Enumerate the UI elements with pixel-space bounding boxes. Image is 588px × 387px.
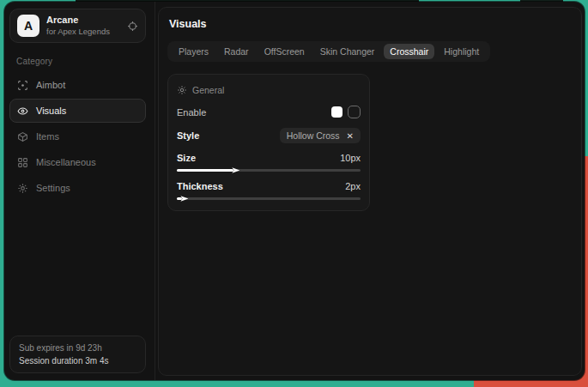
thickness-slider[interactable] [177, 197, 361, 200]
miscellaneous-grid-icon [17, 157, 28, 168]
sidebar-item-settings[interactable]: Settings [9, 176, 146, 200]
size-slider[interactable] [177, 169, 361, 172]
tab-players[interactable]: Players [173, 44, 215, 59]
enable-controls [331, 106, 361, 118]
app-name: Arcane [46, 15, 120, 27]
sidebar-item-label: Visuals [36, 106, 66, 116]
panel-header-label: General [192, 85, 224, 95]
style-row: Style Hollow Cross ✕ [177, 128, 361, 143]
size-setting: Size 10px [177, 153, 361, 172]
app-subtitle: for Apex Legends [46, 27, 120, 37]
sidebar-item-label: Settings [36, 183, 70, 193]
panel-header: General [177, 85, 361, 95]
arcane-window: A Arcane for Apex Legends Category [4, 2, 585, 380]
thickness-slider-fill [177, 197, 182, 200]
session-duration-text: Session duration 3m 4s [19, 356, 136, 366]
brand-text: Arcane for Apex Legends [46, 15, 120, 37]
visuals-tabbar: Players Radar OffScreen Skin Changer Cro… [167, 41, 490, 62]
sidebar-item-aimbot[interactable]: Aimbot [9, 73, 146, 97]
subscription-info-card: Sub expires in 9d 23h Session duration 3… [9, 336, 146, 373]
tab-crosshair[interactable]: Crosshair [384, 44, 434, 59]
sidebar-item-visuals[interactable]: Visuals [9, 99, 146, 123]
category-label: Category [16, 57, 155, 66]
aimbot-icon [17, 80, 28, 91]
size-slider-thumb[interactable] [232, 166, 239, 174]
sub-expires-text: Sub expires in 9d 23h [19, 343, 136, 353]
main-content: Visuals Players Radar OffScreen Skin Cha… [158, 7, 582, 376]
style-clear-icon[interactable]: ✕ [347, 131, 354, 141]
tab-offscreen[interactable]: OffScreen [258, 44, 311, 59]
settings-gear-icon [17, 183, 28, 194]
brand-card: A Arcane for Apex Legends [9, 9, 146, 43]
sidebar: A Arcane for Apex Legends Category [4, 2, 155, 380]
sidebar-item-items[interactable]: Items [9, 124, 146, 148]
general-gear-icon [177, 85, 187, 95]
style-selected-value: Hollow Cross [287, 130, 340, 141]
items-box-icon [17, 131, 28, 142]
sidebar-item-label: Items [36, 131, 59, 142]
thickness-slider-thumb[interactable] [180, 195, 188, 203]
sidebar-nav: Aimbot Visuals Items [4, 73, 155, 200]
enable-color-swatch[interactable] [331, 106, 342, 118]
page-title: Visuals [169, 18, 573, 30]
enable-label: Enable [177, 107, 206, 118]
thickness-value: 2px [345, 181, 361, 191]
size-label: Size [177, 153, 196, 163]
size-value: 10px [340, 153, 361, 163]
sidebar-item-label: Miscellaneous [36, 157, 96, 167]
main-wrap: Visuals Players Radar OffScreen Skin Cha… [155, 2, 585, 380]
visuals-eye-icon [17, 106, 28, 117]
size-slider-fill [177, 169, 233, 172]
thickness-setting: Thickness 2px [177, 181, 361, 200]
style-label: Style [177, 130, 199, 141]
sidebar-item-label: Aimbot [36, 80, 65, 90]
tab-skin-changer[interactable]: Skin Changer [314, 44, 381, 59]
style-select[interactable]: Hollow Cross ✕ [280, 128, 361, 143]
general-panel: General Enable Style Hollow Cross ✕ [167, 74, 370, 211]
tab-highlight[interactable]: Highlight [438, 44, 485, 59]
sidebar-item-miscellaneous[interactable]: Miscellaneous [9, 150, 146, 174]
crosshair-target-icon[interactable] [127, 21, 138, 32]
enable-row: Enable [177, 106, 361, 118]
thickness-label: Thickness [177, 181, 223, 191]
tab-radar[interactable]: Radar [218, 44, 255, 59]
app-logo: A [17, 15, 39, 37]
enable-checkbox[interactable] [348, 106, 361, 118]
